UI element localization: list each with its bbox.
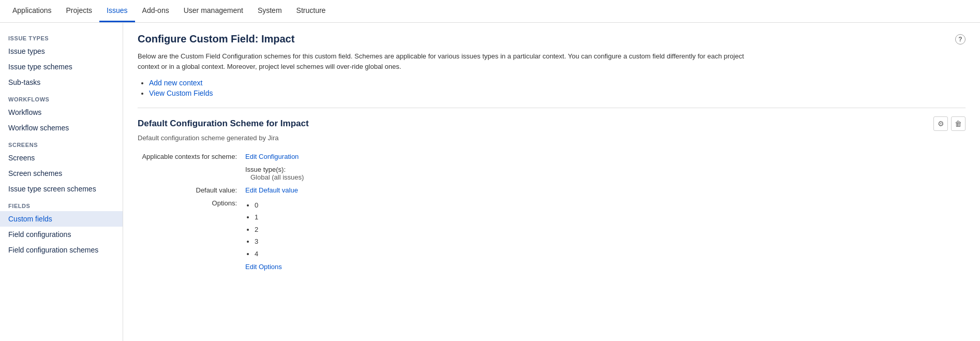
config-table: Applicable contexts for scheme: Edit Con… [138,150,966,273]
nav-item-system[interactable]: System [250,0,289,22]
sidebar-item-sub-tasks[interactable]: Sub-tasks [0,75,123,90]
sidebar-section-workflows: WORKFLOWS [0,90,123,105]
option-item: 2 [255,224,961,235]
issue-types-label: Issue type(s): [245,166,961,173]
issue-types-value: Global (all issues) [245,173,961,181]
default-value-label: Default value: [138,184,241,197]
nav-item-user-management[interactable]: User management [176,0,250,22]
default-value-row: Default value: Edit Default value [138,184,966,197]
nav-item-projects[interactable]: Projects [59,0,100,22]
sidebar-item-issue-types[interactable]: Issue types [0,43,123,59]
section-divider [138,108,966,108]
nav-item-applications[interactable]: Applications [5,0,59,22]
sidebar-section-fields: FIELDS [0,197,123,211]
sidebar-item-field-configuration-schemes[interactable]: Field configuration schemes [0,242,123,258]
link-item-view-custom-fields: View Custom Fields [149,89,966,97]
sidebar: ISSUE TYPESIssue typesIssue type schemes… [0,23,123,341]
options-label: Options: [138,197,241,273]
nav-item-issues[interactable]: Issues [99,0,135,22]
scheme-header: Default Configuration Scheme for Impact … [138,116,966,131]
top-navigation: ApplicationsProjectsIssuesAdd-onsUser ma… [0,0,980,23]
action-links: Add new contextView Custom Fields [138,79,966,97]
edit-configuration-link[interactable]: Edit Configuration [245,153,299,160]
sidebar-item-workflows[interactable]: Workflows [0,105,123,120]
scheme-title: Default Configuration Scheme for Impact [138,118,309,129]
link-view-custom-fields[interactable]: View Custom Fields [149,89,213,97]
page-title: Configure Custom Field: Impact [138,33,294,45]
issue-types-row: Issue type(s): Global (all issues) [138,163,966,184]
sidebar-item-issue-type-schemes[interactable]: Issue type schemes [0,59,123,75]
scheme-description: Default configuration scheme generated b… [138,134,966,142]
sidebar-item-screens[interactable]: Screens [0,150,123,166]
edit-default-value-link[interactable]: Edit Default value [245,186,298,194]
link-item-add-new-context: Add new context [149,79,966,87]
option-item: 3 [255,235,961,247]
delete-button[interactable]: 🗑 [951,116,966,131]
sidebar-section-issue-types: ISSUE TYPES [0,29,123,43]
page-description: Below are the Custom Field Configuration… [138,51,759,71]
page-layout: ISSUE TYPESIssue typesIssue type schemes… [0,23,980,341]
link-add-new-context[interactable]: Add new context [149,79,203,87]
applicable-contexts-label: Applicable contexts for scheme: [138,150,241,163]
help-icon[interactable]: ? [955,34,966,45]
scheme-actions: ⚙ 🗑 [933,116,966,131]
options-list: 01234 [245,199,961,260]
sidebar-item-field-configurations[interactable]: Field configurations [0,227,123,242]
sidebar-section-screens: SCREENS [0,136,123,150]
issue-types-label-cell [138,163,241,184]
option-item: 0 [255,199,961,211]
sidebar-item-custom-fields[interactable]: Custom fields [0,211,123,227]
sidebar-item-workflow-schemes[interactable]: Workflow schemes [0,120,123,136]
edit-options-link[interactable]: Edit Options [245,263,282,271]
options-row: Options: 01234 Edit Options [138,197,966,273]
option-item: 1 [255,211,961,223]
option-item: 4 [255,248,961,260]
sidebar-item-screen-schemes[interactable]: Screen schemes [0,166,123,181]
sidebar-item-issue-type-screen-schemes[interactable]: Issue type screen schemes [0,181,123,197]
page-title-container: Configure Custom Field: Impact ? [138,33,966,45]
nav-item-structure[interactable]: Structure [289,0,333,22]
nav-item-addons[interactable]: Add-ons [135,0,176,22]
applicable-contexts-row: Applicable contexts for scheme: Edit Con… [138,150,966,163]
gear-button[interactable]: ⚙ [933,116,948,131]
main-content: Configure Custom Field: Impact ? Below a… [123,23,980,341]
